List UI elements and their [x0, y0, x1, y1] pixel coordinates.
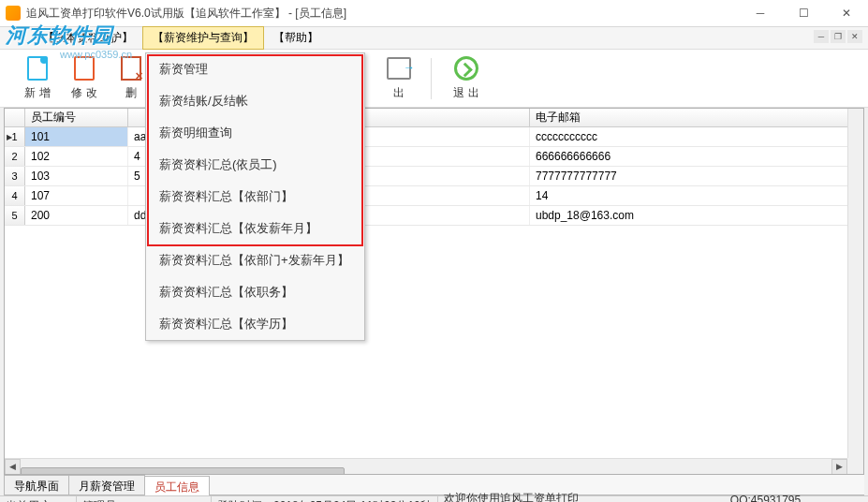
watermark-logo: 河东软件园	[6, 22, 113, 50]
grid-header: 员工编号 电子邮箱	[5, 109, 863, 127]
exit-icon	[453, 55, 479, 81]
mdi-minimize[interactable]: ─	[814, 30, 829, 43]
header-rownum	[5, 109, 25, 126]
sb-welcome: 欢迎你使用追风工资单打印软件 http://www.pweroffice.com…	[438, 496, 868, 502]
scroll-thumb[interactable]	[21, 467, 345, 475]
toolbar-separator	[431, 58, 432, 99]
dd-salary-close[interactable]: 薪资结账/反结帐	[146, 85, 364, 117]
tb-exit-button[interactable]: 退 出	[439, 53, 493, 104]
mdi-restore[interactable]: ❐	[831, 30, 846, 43]
dd-summary-month[interactable]: 薪资资料汇总【依发薪年月】	[146, 213, 364, 244]
cell-email[interactable]: 7777777777777	[530, 167, 863, 185]
tab-employee-info[interactable]: 员工信息	[144, 476, 210, 495]
table-row[interactable]: 310357777777777777	[5, 167, 863, 186]
dd-summary-dept-month[interactable]: 薪资资料汇总【依部门+发薪年月】	[146, 244, 364, 276]
sb-time: 登陆时间：2018年05月24日 11时03分10秒	[212, 496, 438, 502]
cell-email[interactable]: 14	[530, 186, 863, 205]
vertical-scrollbar[interactable]	[847, 109, 863, 458]
table-row[interactable]: 1101aaaaaaaccccccccccc	[5, 127, 863, 147]
dd-summary-employee[interactable]: 薪资资料汇总(依员工)	[146, 149, 364, 181]
watermark-url: www.pc0359.cn	[60, 49, 132, 60]
tab-monthly-salary[interactable]: 月薪资管理	[68, 475, 145, 495]
menubar: 【基本资料维护】 【薪资维护与查询】 【帮助】	[0, 27, 868, 50]
statusbar: 当前用户： 管理员 登陆时间：2018年05月24日 11时03分10秒 欢迎你…	[0, 495, 868, 502]
scroll-corner	[847, 458, 863, 474]
table-row[interactable]: 21024666666666666	[5, 147, 863, 167]
dd-salary-manage[interactable]: 薪资管理	[146, 53, 364, 85]
row-number: 4	[5, 186, 25, 205]
maximize-button[interactable]: ☐	[782, 0, 825, 27]
tb-export-button[interactable]: 出	[376, 53, 421, 104]
dd-salary-detail[interactable]: 薪资明细查询	[146, 117, 364, 149]
row-number: 3	[5, 167, 25, 185]
app-icon	[6, 6, 21, 21]
header-email[interactable]: 电子邮箱	[530, 109, 863, 126]
cell-empid[interactable]: 102	[25, 147, 128, 166]
scroll-right-button[interactable]: ▶	[831, 459, 847, 475]
mdi-controls: ─ ❐ ✕	[814, 30, 862, 43]
cell-empid[interactable]: 101	[25, 127, 128, 146]
cell-empid[interactable]: 103	[25, 167, 128, 185]
minimize-button[interactable]: ─	[739, 0, 782, 27]
window-controls: ─ ☐ ✕	[739, 0, 868, 27]
close-button[interactable]: ✕	[825, 0, 868, 27]
cell-empid[interactable]: 200	[25, 206, 128, 225]
tb-edit-button[interactable]: 修改	[62, 53, 107, 104]
menu-salary-query[interactable]: 【薪资维护与查询】	[142, 26, 264, 50]
cell-email[interactable]: ccccccccccc	[530, 127, 863, 146]
tb-new-button[interactable]: 新增	[15, 53, 60, 104]
scroll-left-button[interactable]: ◀	[5, 459, 21, 475]
grid-body: 1101aaaaaaaccccccccccc210246666666666663…	[5, 127, 863, 226]
header-empid[interactable]: 员工编号	[25, 109, 128, 126]
menu-help[interactable]: 【帮助】	[264, 27, 328, 49]
table-row[interactable]: 5200dddddddddddddddsadfubdp_18@163.com	[5, 206, 863, 226]
dd-summary-dept[interactable]: 薪资资料汇总【依部门】	[146, 181, 364, 213]
export-icon	[386, 55, 412, 81]
new-icon	[24, 55, 51, 81]
sb-user-label: 当前用户：	[0, 496, 77, 502]
row-number: 5	[5, 206, 25, 225]
data-grid[interactable]: 员工编号 电子邮箱 1101aaaaaaaccccccccccc21024666…	[4, 108, 864, 475]
titlebar: 追风工资单打印软件V6.0试用版【追风软件工作室】 - [员工信息] ─ ☐ ✕	[0, 0, 868, 27]
dd-summary-position[interactable]: 薪资资料汇总【依职务】	[146, 276, 364, 308]
cell-email[interactable]: 666666666666	[530, 147, 863, 166]
tab-nav[interactable]: 导航界面	[4, 475, 69, 495]
horizontal-scrollbar[interactable]: ◀ ▶	[5, 458, 847, 474]
cell-email[interactable]: ubdp_18@163.com	[530, 206, 863, 225]
cell-empid[interactable]: 107	[25, 186, 128, 205]
mdi-close[interactable]: ✕	[847, 30, 862, 43]
salary-dropdown-menu: 薪资管理 薪资结账/反结帐 薪资明细查询 薪资资料汇总(依员工) 薪资资料汇总【…	[145, 52, 365, 341]
row-number: 2	[5, 147, 25, 166]
row-number: 1	[5, 127, 25, 146]
window-title: 追风工资单打印软件V6.0试用版【追风软件工作室】 - [员工信息]	[26, 6, 739, 22]
sb-user: 管理员	[77, 496, 212, 502]
dd-summary-education[interactable]: 薪资资料汇总【依学历】	[146, 308, 364, 340]
table-row[interactable]: 410714	[5, 186, 863, 206]
